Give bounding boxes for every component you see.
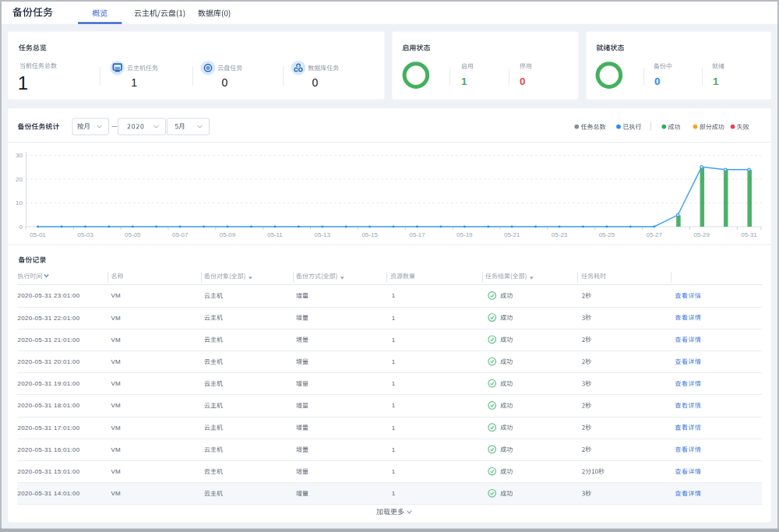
svg-text:2020-05-31 20:01:00: 2020-05-31 20:01:00	[18, 358, 80, 365]
svg-text:05-13: 05-13	[315, 231, 331, 238]
svg-text:0: 0	[654, 76, 661, 87]
svg-text:1: 1	[392, 358, 396, 365]
svg-text:05-15: 05-15	[361, 231, 378, 238]
svg-text:2020-05-31 22:01:00: 2020-05-31 22:01:00	[18, 315, 80, 322]
svg-text:1: 1	[392, 336, 396, 344]
svg-text:05-17: 05-17	[409, 231, 425, 238]
svg-text:0: 0	[222, 76, 228, 89]
svg-text:1: 1	[461, 76, 467, 87]
svg-text:1: 1	[392, 446, 396, 453]
svg-text:10: 10	[16, 199, 23, 206]
svg-text:2020-05-31 14:01:00: 2020-05-31 14:01:00	[18, 490, 80, 497]
svg-text:1: 1	[18, 72, 28, 93]
svg-text:05-19: 05-19	[456, 231, 473, 238]
svg-text:1: 1	[392, 315, 396, 322]
svg-text:VM: VM	[111, 336, 121, 344]
svg-text:2020-05-31 15:01:00: 2020-05-31 15:01:00	[18, 468, 80, 475]
svg-text:VM: VM	[111, 315, 121, 322]
svg-text:1: 1	[131, 76, 137, 89]
svg-text:05-11: 05-11	[267, 231, 283, 238]
svg-text:VM: VM	[111, 446, 121, 453]
svg-text:0: 0	[520, 76, 526, 87]
svg-text:05-23: 05-23	[552, 231, 568, 238]
svg-text:05-07: 05-07	[172, 231, 189, 238]
svg-text:2020-05-31 17:01:00: 2020-05-31 17:01:00	[18, 425, 80, 432]
svg-text:30: 30	[16, 152, 23, 159]
svg-text:1: 1	[392, 380, 396, 387]
svg-text:05-09: 05-09	[220, 231, 236, 238]
svg-text:05-25: 05-25	[599, 231, 615, 238]
svg-text:05-29: 05-29	[693, 231, 710, 238]
svg-text:05-05: 05-05	[125, 231, 141, 238]
svg-text:05-27: 05-27	[647, 231, 663, 238]
svg-text:2020-05-31 23:01:00: 2020-05-31 23:01:00	[18, 292, 80, 299]
svg-text:2020-05-31 16:01:00: 2020-05-31 16:01:00	[18, 446, 80, 453]
svg-text:VM: VM	[111, 468, 121, 475]
svg-text:0: 0	[312, 76, 319, 89]
svg-text:05-21: 05-21	[504, 231, 520, 238]
svg-text:1: 1	[392, 402, 396, 409]
svg-text:1: 1	[392, 490, 396, 497]
svg-text:VM: VM	[111, 402, 121, 409]
svg-text:VM: VM	[111, 490, 121, 497]
svg-text:VM: VM	[111, 425, 121, 432]
svg-text:1: 1	[392, 468, 396, 475]
svg-text:2020-05-31 18:01:00: 2020-05-31 18:01:00	[18, 402, 80, 409]
svg-text:0: 0	[19, 224, 23, 231]
svg-text:05-03: 05-03	[77, 231, 93, 238]
svg-text:05-01: 05-01	[30, 231, 46, 238]
svg-text:1: 1	[392, 292, 396, 299]
svg-text:VM: VM	[111, 380, 121, 387]
svg-text:2020-05-31 21:01:00: 2020-05-31 21:01:00	[18, 336, 80, 344]
svg-text:VM: VM	[111, 292, 121, 299]
svg-text:20: 20	[16, 176, 23, 183]
svg-text:1: 1	[713, 76, 719, 87]
svg-text:05-31: 05-31	[741, 231, 757, 238]
svg-text:1: 1	[392, 425, 396, 432]
svg-text:2020-05-31 19:01:00: 2020-05-31 19:01:00	[18, 380, 80, 387]
svg-text:VM: VM	[111, 358, 121, 365]
